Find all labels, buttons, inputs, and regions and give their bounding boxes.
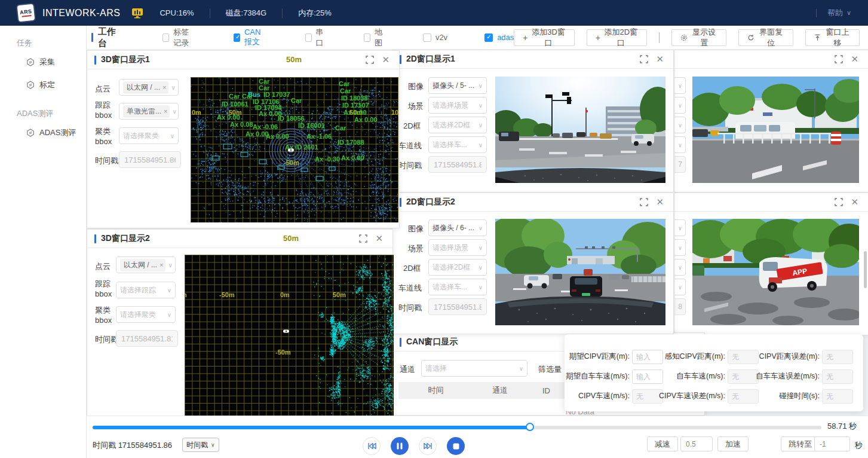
cut-select-sliver[interactable]: ∨ bbox=[674, 97, 686, 114]
cluster-select[interactable]: 请选择聚类∨ bbox=[116, 306, 176, 323]
image-field-label: 图像 bbox=[408, 224, 424, 234]
cut-select-sliver[interactable]: ∨ bbox=[674, 136, 686, 153]
close-icon[interactable]: ✕ bbox=[656, 198, 664, 206]
metric-ego-speed: 自车车速(m/s): bbox=[663, 370, 759, 384]
jump-value-input[interactable] bbox=[814, 436, 850, 451]
speed-input[interactable] bbox=[680, 436, 713, 451]
metric-expected-ego-speed: 期望自车车速(m/s): bbox=[565, 370, 663, 384]
pause-icon bbox=[397, 442, 403, 450]
rewind-icon bbox=[367, 442, 376, 450]
lane-select[interactable]: 请选择车...∨ bbox=[428, 136, 487, 153]
close-icon[interactable]: ✕ bbox=[375, 234, 383, 243]
current-timestamp: 时间戳 1715584951.86 bbox=[93, 440, 172, 451]
pause-button[interactable] bbox=[391, 437, 409, 455]
box2d-select[interactable]: 请选择2D框∨ bbox=[428, 117, 487, 133]
stop-button[interactable] bbox=[447, 437, 465, 455]
cluster-select[interactable]: 请选择聚类∨ bbox=[119, 127, 179, 144]
can-channel-select[interactable]: 请选择∨ bbox=[421, 360, 527, 377]
track-select[interactable]: 请选择跟踪∨ bbox=[116, 282, 176, 298]
metric-input-readonly bbox=[822, 350, 853, 364]
prev-frame-button[interactable] bbox=[363, 437, 381, 455]
tag-remove-icon[interactable]: × bbox=[164, 108, 167, 115]
lidar-canvas-3d-1[interactable] bbox=[191, 77, 398, 222]
fullscreen-icon[interactable] bbox=[640, 198, 648, 206]
timeline-slider[interactable] bbox=[93, 426, 821, 429]
pointcloud-select[interactable]: 以太网 / ...×∨ bbox=[116, 257, 176, 273]
metric-input-readonly bbox=[822, 370, 853, 384]
metric-perceived-cipv-distance: 感知CIPV距离(m): bbox=[663, 350, 759, 364]
scrollbar-thumb[interactable] bbox=[864, 251, 867, 288]
sidebar-item-calibrate[interactable]: 标定 bbox=[0, 74, 86, 96]
add-2d-window-button[interactable]: +添加2D窗口 bbox=[587, 29, 647, 46]
checkbox-can-message[interactable]: CAN报文 bbox=[234, 27, 268, 48]
cut-select-sliver[interactable]: ∨ bbox=[674, 77, 686, 94]
tag-remove-icon[interactable]: × bbox=[160, 261, 163, 268]
speed-up-button[interactable]: 加速 bbox=[717, 436, 749, 451]
checkbox-adas[interactable]: adas bbox=[484, 27, 514, 48]
track-field-label: 跟踪bbox bbox=[95, 279, 112, 298]
cut-select-sliver[interactable]: ∨ bbox=[674, 259, 686, 276]
window-2d-right-bottom: ✕ ∨ ∨ ∨ ∨ 8 APP bbox=[674, 193, 868, 335]
chevron-down-icon: ∨ bbox=[170, 108, 176, 115]
close-icon[interactable]: ✕ bbox=[656, 55, 664, 63]
sidebar-item-collect[interactable]: 采集 bbox=[0, 51, 86, 74]
pointcloud-select[interactable]: 以太网 / ...×∨ bbox=[119, 79, 179, 96]
chevron-down-icon: ∨ bbox=[476, 102, 483, 109]
track-select[interactable]: 单激光雷...×∨ bbox=[119, 103, 179, 120]
sidebar-group-adas: ADAS测评 bbox=[0, 96, 86, 121]
timestamp-field-label: 时间戳 bbox=[95, 334, 118, 345]
timeline-handle[interactable] bbox=[526, 423, 534, 431]
add-3d-window-button[interactable]: +添加3D窗口 bbox=[514, 29, 574, 46]
metric-cipv-distance-error: CIPV距离误差(m): bbox=[759, 350, 853, 364]
chevron-down-icon: ∨ bbox=[678, 284, 682, 291]
metric-input[interactable] bbox=[632, 370, 663, 384]
lane-select[interactable]: 请选择车...∨ bbox=[428, 279, 487, 295]
checkbox-serial[interactable]: 串口 bbox=[305, 27, 327, 48]
box2d-select[interactable]: 请选择2D框∨ bbox=[428, 259, 487, 276]
gear-icon bbox=[680, 33, 688, 42]
help-menu[interactable]: 帮助 bbox=[827, 8, 843, 19]
scene-select[interactable]: 请选择场景∨ bbox=[428, 97, 487, 114]
display-settings-button[interactable]: 显示设置 bbox=[671, 29, 726, 46]
fullscreen-icon[interactable] bbox=[640, 55, 648, 63]
cut-timestamp-sliver: 8 bbox=[674, 298, 686, 315]
metric-input[interactable] bbox=[632, 350, 663, 364]
tag-remove-icon[interactable]: × bbox=[162, 84, 166, 91]
window-move-up-button[interactable]: 窗口上移 bbox=[805, 29, 860, 46]
chevron-down-icon: ∨ bbox=[678, 122, 682, 129]
cut-select-sliver[interactable]: ∨ bbox=[674, 279, 686, 295]
close-icon[interactable]: ✕ bbox=[851, 55, 858, 63]
cut-timestamp-sliver: 7 bbox=[674, 156, 686, 173]
close-icon[interactable]: ✕ bbox=[382, 56, 389, 64]
monitor-stats-icon bbox=[131, 7, 144, 19]
sidebar-item-adas-eval[interactable]: ADAS测评 bbox=[0, 121, 86, 144]
image-select[interactable]: 摄像头 / 5- ...∨ bbox=[428, 77, 487, 94]
reset-layout-button[interactable]: 界面复位 bbox=[738, 29, 793, 46]
checkbox-v2v[interactable]: v2v bbox=[423, 27, 447, 48]
checkbox-map[interactable]: 地图 bbox=[364, 27, 386, 48]
fullscreen-icon[interactable] bbox=[359, 234, 367, 243]
checkbox-tag-record[interactable]: 标签记录 bbox=[162, 27, 197, 48]
memory-stat: 内存:25% bbox=[298, 8, 332, 19]
lane-field-label: 车道线 bbox=[398, 141, 422, 151]
checkbox-icon bbox=[234, 33, 240, 42]
scene-select[interactable]: 请选择场景∨ bbox=[428, 239, 487, 256]
cut-select-sliver[interactable]: ∨ bbox=[674, 219, 686, 236]
cut-select-sliver[interactable]: ∨ bbox=[674, 117, 686, 133]
plus-icon: + bbox=[596, 33, 600, 42]
timestamp-field-label: 时间戳 bbox=[398, 303, 422, 313]
fullscreen-icon[interactable] bbox=[835, 55, 843, 63]
next-frame-button[interactable] bbox=[419, 437, 437, 455]
cut-select-sliver[interactable]: ∨ bbox=[674, 239, 686, 256]
range-top-label: 50m bbox=[283, 234, 299, 243]
close-icon[interactable]: ✕ bbox=[851, 198, 858, 206]
image-select[interactable]: 摄像头 / 6- ...∨ bbox=[428, 219, 487, 236]
timeline-mode-select[interactable]: 时间戳∨ bbox=[182, 438, 219, 452]
fullscreen-icon[interactable] bbox=[366, 56, 374, 64]
fullscreen-icon[interactable] bbox=[835, 198, 843, 206]
window-2d-1: 2D窗口显示1 ✕ 图像 摄像头 / 5- ...∨ 场景 请选择场景∨ 2D框… bbox=[392, 50, 674, 193]
track-field-label: 跟踪bbox bbox=[95, 100, 112, 120]
slow-down-button[interactable]: 减速 bbox=[647, 436, 678, 451]
pointcloud-field-label: 点云 bbox=[95, 261, 111, 272]
lidar-canvas-3d-2[interactable] bbox=[185, 255, 394, 416]
